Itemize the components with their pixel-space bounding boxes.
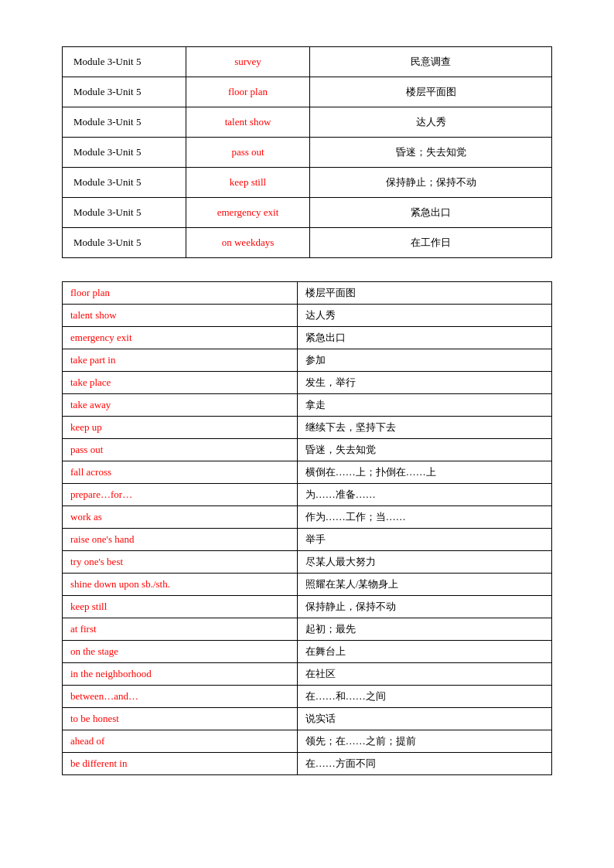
table-row: talent show达人秀 <box>63 305 552 327</box>
module-cell: Module 3-Unit 5 <box>63 138 186 168</box>
english-cell: emergency exit <box>63 327 298 349</box>
table-row: emergency exit紧急出口 <box>63 327 552 349</box>
english-cell: floor plan <box>186 77 310 107</box>
table-row: shine down upon sb./sth.照耀在某人/某物身上 <box>63 574 552 596</box>
english-cell: floor plan <box>63 282 298 305</box>
chinese-cell: 在……和……之间 <box>297 686 551 708</box>
chinese-cell: 说实话 <box>297 708 551 730</box>
chinese-cell: 楼层平面图 <box>297 282 551 305</box>
table-row: raise one's hand举手 <box>63 529 552 551</box>
chinese-cell: 举手 <box>297 529 551 551</box>
english-cell: talent show <box>186 107 310 138</box>
english-cell: emergency exit <box>186 198 310 228</box>
table-row: in the neighborhood在社区 <box>63 663 552 686</box>
table-row: at first起初；最先 <box>63 618 552 641</box>
bottom-table: floor plan楼层平面图talent show达人秀emergency e… <box>62 281 552 775</box>
english-cell: pass out <box>63 439 298 461</box>
chinese-cell: 达人秀 <box>310 107 552 138</box>
table-row: Module 3-Unit 5on weekdays在工作日 <box>63 228 552 258</box>
table-row: floor plan楼层平面图 <box>63 282 552 305</box>
table-row: work as作为……工作；当…… <box>63 506 552 529</box>
chinese-cell: 参加 <box>297 349 551 372</box>
chinese-cell: 在工作日 <box>310 228 552 258</box>
chinese-cell: 楼层平面图 <box>310 77 552 107</box>
chinese-cell: 尽某人最大努力 <box>297 551 551 574</box>
chinese-cell: 昏迷，失去知觉 <box>297 439 551 461</box>
english-cell: on weekdays <box>186 228 310 258</box>
table-row: try one's best尽某人最大努力 <box>63 551 552 574</box>
english-cell: keep still <box>186 168 310 198</box>
table-row: pass out昏迷，失去知觉 <box>63 439 552 461</box>
english-cell: keep still <box>63 596 298 618</box>
english-cell: take part in <box>63 349 298 372</box>
english-cell: shine down upon sb./sth. <box>63 574 298 596</box>
chinese-cell: 发生，举行 <box>297 372 551 394</box>
english-cell: survey <box>186 47 310 77</box>
chinese-cell: 作为……工作；当…… <box>297 506 551 529</box>
chinese-cell: 拿走 <box>297 394 551 417</box>
chinese-cell: 紧急出口 <box>297 327 551 349</box>
chinese-cell: 民意调查 <box>310 47 552 77</box>
english-cell: between…and… <box>63 686 298 708</box>
table-row: Module 3-Unit 5emergency exit紧急出口 <box>63 198 552 228</box>
table-row: Module 3-Unit 5floor plan楼层平面图 <box>63 77 552 107</box>
chinese-cell: 昏迷；失去知觉 <box>310 138 552 168</box>
chinese-cell: 在……方面不同 <box>297 753 551 775</box>
english-cell: on the stage <box>63 641 298 663</box>
english-cell: work as <box>63 506 298 529</box>
chinese-cell: 领先；在……之前；提前 <box>297 730 551 753</box>
table-row: take away拿走 <box>63 394 552 417</box>
chinese-cell: 横倒在……上；扑倒在……上 <box>297 461 551 484</box>
english-cell: to be honest <box>63 708 298 730</box>
table-row: between…and…在……和……之间 <box>63 686 552 708</box>
top-table: Module 3-Unit 5survey民意调查Module 3-Unit 5… <box>62 46 552 258</box>
english-cell: at first <box>63 618 298 641</box>
chinese-cell: 紧急出口 <box>310 198 552 228</box>
english-cell: ahead of <box>63 730 298 753</box>
english-cell: take away <box>63 394 298 417</box>
module-cell: Module 3-Unit 5 <box>63 77 186 107</box>
table-row: fall across横倒在……上；扑倒在……上 <box>63 461 552 484</box>
table-row: Module 3-Unit 5keep still保持静止；保持不动 <box>63 168 552 198</box>
table-row: on the stage在舞台上 <box>63 641 552 663</box>
chinese-cell: 继续下去，坚持下去 <box>297 417 551 439</box>
module-cell: Module 3-Unit 5 <box>63 47 186 77</box>
table-row: ahead of领先；在……之前；提前 <box>63 730 552 753</box>
english-cell: raise one's hand <box>63 529 298 551</box>
english-cell: in the neighborhood <box>63 663 298 686</box>
table-row: keep still保持静止，保持不动 <box>63 596 552 618</box>
table-row: Module 3-Unit 5pass out昏迷；失去知觉 <box>63 138 552 168</box>
module-cell: Module 3-Unit 5 <box>63 198 186 228</box>
table-row: take part in参加 <box>63 349 552 372</box>
chinese-cell: 保持静止；保持不动 <box>310 168 552 198</box>
table-row: Module 3-Unit 5survey民意调查 <box>63 47 552 77</box>
module-cell: Module 3-Unit 5 <box>63 107 186 138</box>
module-cell: Module 3-Unit 5 <box>63 228 186 258</box>
english-cell: try one's best <box>63 551 298 574</box>
table-row: be different in在……方面不同 <box>63 753 552 775</box>
english-cell: keep up <box>63 417 298 439</box>
table-row: Module 3-Unit 5talent show达人秀 <box>63 107 552 138</box>
chinese-cell: 起初；最先 <box>297 618 551 641</box>
english-cell: take place <box>63 372 298 394</box>
table-row: prepare…for…为……准备…… <box>63 484 552 506</box>
english-cell: be different in <box>63 753 298 775</box>
chinese-cell: 照耀在某人/某物身上 <box>297 574 551 596</box>
table-row: to be honest说实话 <box>63 708 552 730</box>
chinese-cell: 为……准备…… <box>297 484 551 506</box>
english-cell: pass out <box>186 138 310 168</box>
table-row: take place发生，举行 <box>63 372 552 394</box>
chinese-cell: 在社区 <box>297 663 551 686</box>
table-row: keep up继续下去，坚持下去 <box>63 417 552 439</box>
english-cell: fall across <box>63 461 298 484</box>
english-cell: prepare…for… <box>63 484 298 506</box>
chinese-cell: 保持静止，保持不动 <box>297 596 551 618</box>
module-cell: Module 3-Unit 5 <box>63 168 186 198</box>
chinese-cell: 达人秀 <box>297 305 551 327</box>
chinese-cell: 在舞台上 <box>297 641 551 663</box>
english-cell: talent show <box>63 305 298 327</box>
